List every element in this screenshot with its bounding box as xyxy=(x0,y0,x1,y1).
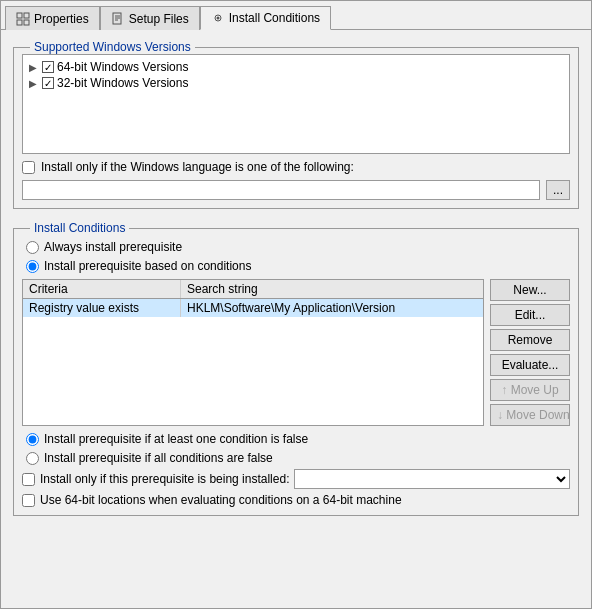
64bit-locations-row: Use 64-bit locations when evaluating con… xyxy=(22,493,570,507)
windows-versions-tree[interactable]: ▶ 64-bit Windows Versions ▶ 32-bit Windo… xyxy=(22,54,570,154)
move-down-button[interactable]: ↓ Move Down xyxy=(490,404,570,426)
tab-properties-label: Properties xyxy=(34,12,89,26)
radio-always-row: Always install prerequisite xyxy=(26,240,570,254)
radio-always-label: Always install prerequisite xyxy=(44,240,182,254)
expand-32bit-icon[interactable]: ▶ xyxy=(29,78,39,89)
table-row[interactable]: Registry value exists HKLM\Software\My A… xyxy=(23,299,483,317)
radio-all-false[interactable] xyxy=(26,452,39,465)
supported-windows-title: Supported Windows Versions xyxy=(30,40,195,54)
language-input[interactable] xyxy=(22,180,540,200)
table-header: Criteria Search string xyxy=(23,280,483,299)
tree-item-64bit[interactable]: ▶ 64-bit Windows Versions xyxy=(27,59,565,75)
64bit-locations-label: Use 64-bit locations when evaluating con… xyxy=(40,493,402,507)
file-icon xyxy=(111,12,125,26)
radio-based-row: Install prerequisite based on conditions xyxy=(26,259,570,273)
col-header-criteria: Criteria xyxy=(23,280,181,298)
language-input-row: ... xyxy=(22,180,570,200)
radio-all-false-label: Install prerequisite if all conditions a… xyxy=(44,451,273,465)
being-installed-dropdown[interactable] xyxy=(294,469,570,489)
radio-at-least-false[interactable] xyxy=(26,433,39,446)
svg-rect-2 xyxy=(17,20,22,25)
conditions-side-buttons: New... Edit... Remove Evaluate... ↑ Move… xyxy=(490,279,570,426)
edit-button[interactable]: Edit... xyxy=(490,304,570,326)
svg-rect-1 xyxy=(24,13,29,18)
tree-item-32bit[interactable]: ▶ 32-bit Windows Versions xyxy=(27,75,565,91)
evaluate-button[interactable]: Evaluate... xyxy=(490,354,570,376)
radio-at-least-false-label: Install prerequisite if at least one con… xyxy=(44,432,308,446)
label-32bit-versions: 32-bit Windows Versions xyxy=(57,76,188,90)
tab-install-conditions-label: Install Conditions xyxy=(229,11,320,25)
radio-always-install[interactable] xyxy=(26,241,39,254)
label-64bit-versions: 64-bit Windows Versions xyxy=(57,60,188,74)
64bit-locations-checkbox[interactable] xyxy=(22,494,35,507)
cell-criteria: Registry value exists xyxy=(23,299,181,317)
gear-icon xyxy=(211,11,225,25)
tab-setup-files-label: Setup Files xyxy=(129,12,189,26)
being-installed-label: Install only if this prerequisite is bei… xyxy=(40,472,289,486)
radio-at-least-false-row: Install prerequisite if at least one con… xyxy=(26,432,570,446)
language-browse-button[interactable]: ... xyxy=(546,180,570,200)
move-up-arrow-icon: ↑ xyxy=(501,383,510,397)
content-area: Supported Windows Versions ▶ 64-bit Wind… xyxy=(1,30,591,538)
conditions-table-section: Criteria Search string Registry value ex… xyxy=(22,279,570,426)
being-installed-checkbox[interactable] xyxy=(22,473,35,486)
radio-based-install[interactable] xyxy=(26,260,39,273)
cell-search: HKLM\Software\My Application\Version xyxy=(181,299,483,317)
new-button[interactable]: New... xyxy=(490,279,570,301)
remove-button[interactable]: Remove xyxy=(490,329,570,351)
expand-64bit-icon[interactable]: ▶ xyxy=(29,62,39,73)
language-checkbox[interactable] xyxy=(22,161,35,174)
language-row: Install only if the Windows language is … xyxy=(22,160,570,174)
move-up-button[interactable]: ↑ Move Up xyxy=(490,379,570,401)
install-conditions-title: Install Conditions xyxy=(30,221,129,235)
conditions-table[interactable]: Criteria Search string Registry value ex… xyxy=(22,279,484,426)
supported-windows-section: Supported Windows Versions ▶ 64-bit Wind… xyxy=(13,40,579,209)
svg-rect-0 xyxy=(17,13,22,18)
checkbox-64bit-versions[interactable] xyxy=(42,61,54,73)
tab-properties[interactable]: Properties xyxy=(5,6,100,30)
being-installed-dropdown-wrapper xyxy=(294,469,570,489)
checkbox-32bit-versions[interactable] xyxy=(42,77,54,89)
radio-based-label: Install prerequisite based on conditions xyxy=(44,259,251,273)
install-conditions-section: Install Conditions Always install prereq… xyxy=(13,221,579,516)
svg-rect-3 xyxy=(24,20,29,25)
col-header-search: Search string xyxy=(181,280,483,298)
tab-setup-files[interactable]: Setup Files xyxy=(100,6,200,30)
bottom-options: Install prerequisite if at least one con… xyxy=(22,432,570,507)
tab-install-conditions[interactable]: Install Conditions xyxy=(200,6,331,30)
radio-all-false-row: Install prerequisite if all conditions a… xyxy=(26,451,570,465)
main-window: Properties Setup Files Install Condition… xyxy=(0,0,592,609)
language-checkbox-label: Install only if the Windows language is … xyxy=(41,160,354,174)
being-installed-row: Install only if this prerequisite is bei… xyxy=(22,469,570,489)
svg-point-9 xyxy=(216,17,219,20)
move-down-arrow-icon: ↓ xyxy=(497,408,506,422)
tab-bar: Properties Setup Files Install Condition… xyxy=(1,1,591,30)
grid-icon xyxy=(16,12,30,26)
